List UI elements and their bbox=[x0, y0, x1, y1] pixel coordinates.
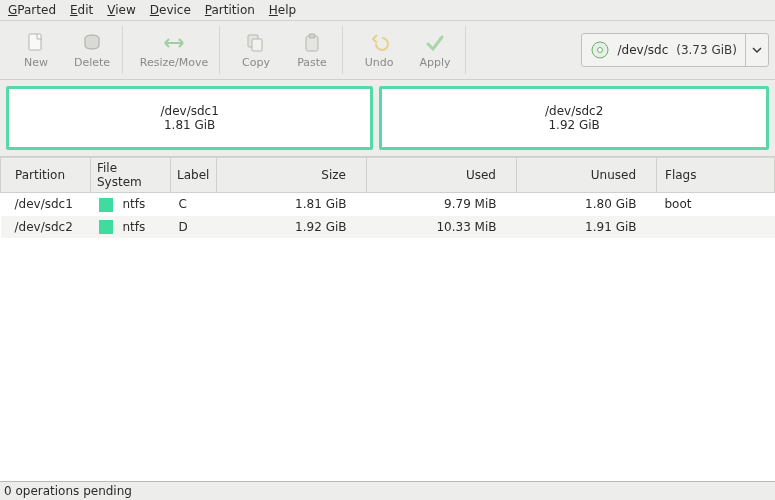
menubar: GParted Edit View Device Partition Help bbox=[0, 0, 775, 21]
new-button[interactable]: New bbox=[12, 26, 60, 74]
new-icon bbox=[25, 32, 47, 54]
status-text: 0 operations pending bbox=[4, 484, 132, 498]
device-selector[interactable]: /dev/sdc (3.73 GiB) bbox=[581, 33, 769, 67]
col-filesystem[interactable]: File System bbox=[91, 158, 171, 193]
cell-flags: boot bbox=[657, 193, 775, 216]
col-used[interactable]: Used bbox=[367, 158, 517, 193]
fs-swatch bbox=[99, 198, 113, 212]
col-flags[interactable]: Flags bbox=[657, 158, 775, 193]
fs-swatch bbox=[99, 220, 113, 234]
partition-table-wrap: Partition File System Label Size Used Un… bbox=[0, 157, 775, 481]
device-dropdown[interactable] bbox=[745, 34, 762, 66]
partition-block-name: /dev/sdc1 bbox=[161, 104, 219, 118]
cell-size: 1.92 GiB bbox=[217, 216, 367, 239]
undo-icon bbox=[368, 32, 390, 54]
partition-block-size: 1.92 GiB bbox=[548, 118, 599, 132]
cell-used: 9.79 MiB bbox=[367, 193, 517, 216]
menu-partition[interactable]: Partition bbox=[205, 3, 255, 17]
svg-rect-0 bbox=[29, 34, 41, 50]
cell-label: D bbox=[171, 216, 217, 239]
delete-icon bbox=[81, 32, 103, 54]
menu-help[interactable]: Help bbox=[269, 3, 296, 17]
table-row[interactable]: /dev/sdc2ntfsD1.92 GiB10.33 MiB1.91 GiB bbox=[1, 216, 775, 239]
cell-partition: /dev/sdc2 bbox=[1, 216, 91, 239]
cell-size: 1.81 GiB bbox=[217, 193, 367, 216]
svg-rect-5 bbox=[309, 34, 315, 38]
apply-icon bbox=[424, 32, 446, 54]
disk-icon bbox=[590, 40, 610, 60]
resize-label: Resize/Move bbox=[140, 56, 208, 69]
delete-button[interactable]: Delete bbox=[68, 26, 116, 74]
cell-filesystem: ntfs bbox=[91, 216, 171, 239]
col-unused[interactable]: Unused bbox=[517, 158, 657, 193]
cell-used: 10.33 MiB bbox=[367, 216, 517, 239]
svg-point-7 bbox=[597, 48, 602, 53]
svg-rect-3 bbox=[252, 39, 262, 51]
cell-flags bbox=[657, 216, 775, 239]
cell-unused: 1.91 GiB bbox=[517, 216, 657, 239]
device-name: /dev/sdc bbox=[618, 43, 669, 57]
undo-label: Undo bbox=[365, 56, 394, 69]
partition-block[interactable]: /dev/sdc11.81 GiB bbox=[6, 86, 373, 150]
partition-map: /dev/sdc11.81 GiB/dev/sdc21.92 GiB bbox=[0, 80, 775, 157]
col-label[interactable]: Label bbox=[171, 158, 217, 193]
paste-icon bbox=[301, 32, 323, 54]
cell-partition: /dev/sdc1 bbox=[1, 193, 91, 216]
partition-table: Partition File System Label Size Used Un… bbox=[0, 158, 775, 238]
resize-button[interactable]: Resize/Move bbox=[135, 26, 213, 74]
copy-label: Copy bbox=[242, 56, 270, 69]
partition-block[interactable]: /dev/sdc21.92 GiB bbox=[379, 86, 769, 150]
delete-label: Delete bbox=[74, 56, 110, 69]
col-size[interactable]: Size bbox=[217, 158, 367, 193]
menu-edit[interactable]: Edit bbox=[70, 3, 93, 17]
cell-label: C bbox=[171, 193, 217, 216]
paste-label: Paste bbox=[297, 56, 327, 69]
cell-unused: 1.80 GiB bbox=[517, 193, 657, 216]
copy-icon bbox=[245, 32, 267, 54]
apply-label: Apply bbox=[419, 56, 450, 69]
toolbar: New Delete Resize/Move Copy Paste Undo A… bbox=[0, 21, 775, 80]
chevron-down-icon bbox=[752, 45, 762, 55]
cell-filesystem: ntfs bbox=[91, 193, 171, 216]
partition-block-size: 1.81 GiB bbox=[164, 118, 215, 132]
paste-button[interactable]: Paste bbox=[288, 26, 336, 74]
menu-gparted[interactable]: GParted bbox=[8, 3, 56, 17]
device-size: (3.73 GiB) bbox=[676, 43, 737, 57]
copy-button[interactable]: Copy bbox=[232, 26, 280, 74]
new-label: New bbox=[24, 56, 48, 69]
col-partition[interactable]: Partition bbox=[1, 158, 91, 193]
undo-button[interactable]: Undo bbox=[355, 26, 403, 74]
resize-icon bbox=[162, 32, 186, 54]
partition-block-name: /dev/sdc2 bbox=[545, 104, 603, 118]
table-row[interactable]: /dev/sdc1ntfsC1.81 GiB9.79 MiB1.80 GiBbo… bbox=[1, 193, 775, 216]
menu-device[interactable]: Device bbox=[150, 3, 191, 17]
menu-view[interactable]: View bbox=[107, 3, 135, 17]
apply-button[interactable]: Apply bbox=[411, 26, 459, 74]
statusbar: 0 operations pending bbox=[0, 481, 775, 500]
